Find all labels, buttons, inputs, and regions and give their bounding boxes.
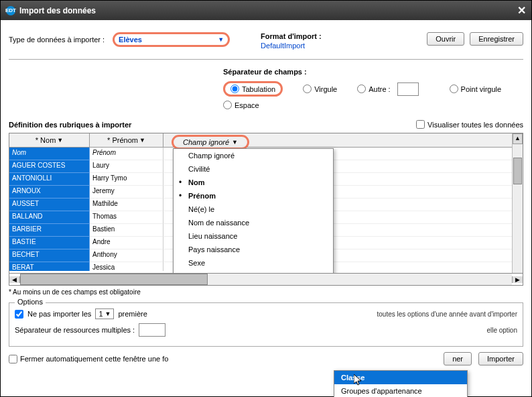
radio-virgule[interactable]: Virgule: [303, 84, 337, 93]
scroll-right-icon[interactable]: ▶: [512, 276, 523, 283]
header-nom[interactable]: * Nom▼: [9, 133, 90, 148]
visualiser-checkbox[interactable]: Visualiser toutes les données: [416, 120, 523, 129]
options-hint1: toutes les options d'une année avant d'i…: [377, 310, 517, 318]
app-icon: EDT: [6, 6, 15, 15]
submenu-classe[interactable]: Classe: [334, 371, 467, 384]
cell-nom: BECHET: [9, 249, 90, 262]
cell-nom: AUSSET: [9, 198, 90, 211]
menu-civilite[interactable]: Civilité: [174, 162, 333, 176]
open-button[interactable]: Ouvrir: [427, 32, 464, 46]
scroll-up-icon[interactable]: ▲: [513, 133, 523, 144]
cell-nom: ANTONIOLLI: [9, 173, 90, 186]
radio-tabulation-input[interactable]: [230, 84, 239, 93]
cell-nom: BARBIER: [9, 224, 90, 237]
cell-prenom: Laury: [90, 160, 163, 173]
header-prenom[interactable]: * Prénom▼: [90, 133, 163, 148]
ne-pas-importer-checkbox[interactable]: [15, 310, 23, 319]
vertical-scrollbar[interactable]: ▲: [512, 133, 523, 273]
radio-point-virgule[interactable]: Point virgule: [450, 84, 502, 93]
champ-ignore-dropdown[interactable]: Champ ignoré ▼: [172, 135, 249, 150]
save-button[interactable]: Enregistrer: [470, 32, 523, 46]
lines-count-select[interactable]: 1▼: [95, 308, 114, 319]
sep-res-label: Séparateur de ressources multiples :: [15, 326, 135, 334]
cell-prenom: Jeremy: [90, 186, 163, 198]
data-grid: * Nom▼ * Prénom▼ Champ ignoré ▼ NomPréno…: [9, 133, 523, 274]
fermer-button[interactable]: ner: [444, 352, 472, 365]
autre-input[interactable]: [397, 82, 419, 96]
subheader-prenom: Prénom: [90, 148, 163, 160]
chevron-down-icon: ▼: [232, 139, 238, 146]
radio-espace[interactable]: Espace: [223, 101, 259, 109]
cell-prenom: Jessica: [90, 262, 163, 271]
radio-autre[interactable]: Autre :: [357, 82, 418, 96]
titlebar: EDT Import des données ✕: [1, 1, 531, 20]
definition-title: Définition des rubriques à importer: [9, 121, 131, 129]
cell-nom: BERAT: [9, 262, 90, 271]
menu-sexe[interactable]: Sexe: [174, 256, 333, 270]
type-dropdown[interactable]: Elèves ▼: [113, 32, 230, 47]
cell-prenom: Thomas: [90, 211, 163, 224]
obligatory-note: * Au moins un de ces champs est obligato…: [9, 286, 523, 298]
options-hint2: elle option: [486, 327, 517, 334]
scroll-left-icon[interactable]: ◀: [9, 276, 20, 283]
menu-prenom[interactable]: Prénom: [174, 189, 333, 203]
type-label: Type de données à importer :: [9, 36, 105, 44]
menu-nom[interactable]: Nom: [174, 176, 333, 189]
menu-ne-le[interactable]: Né(e) le: [174, 203, 333, 216]
subheader-nom: Nom: [9, 148, 90, 160]
submenu-groupes[interactable]: Groupes d'appartenance: [334, 384, 467, 397]
menu-lieu-naissance[interactable]: Lieu naissance: [174, 229, 333, 243]
cell-prenom: Andre: [90, 237, 163, 249]
ne-pas-label: Ne pas importer les: [27, 310, 91, 318]
cell-nom: BALLAND: [9, 211, 90, 224]
options-legend: Options: [15, 298, 46, 306]
cell-nom: BASTIE: [9, 237, 90, 249]
cell-prenom: Bastien: [90, 224, 163, 237]
fermer-auto-checkbox[interactable]: Fermer automatiquement cette fenêtre une…: [9, 355, 168, 363]
menu-pays-naissance[interactable]: Pays naissance: [174, 243, 333, 256]
field-menu[interactable]: Champ ignoré Civilité Nom Prénom Né(e) l…: [173, 148, 334, 274]
cell-prenom: Anthony: [90, 249, 163, 262]
importer-button[interactable]: Importer: [478, 352, 523, 365]
format-label: Format d'import :: [261, 32, 322, 40]
menu-champ-ignore[interactable]: Champ ignoré: [174, 149, 333, 162]
menu-nom-naissance[interactable]: Nom de naissance: [174, 216, 333, 229]
cell-nom: AGUER COSTES: [9, 160, 90, 173]
scroll-thumb[interactable]: [513, 158, 522, 184]
sep-res-input[interactable]: [139, 323, 165, 337]
radio-tabulation[interactable]: Tabulation: [223, 81, 283, 97]
submenu-annee-en-cours[interactable]: Classe Groupes d'appartenance: [334, 370, 468, 397]
premieres-label: première: [118, 310, 147, 318]
format-value[interactable]: DefaultImport: [261, 42, 322, 50]
cell-prenom: Harry Tymo: [90, 173, 163, 186]
close-icon[interactable]: ✕: [517, 4, 526, 17]
separator-title: Séparateur de champs :: [223, 68, 523, 76]
cell-prenom: Mathilde: [90, 198, 163, 211]
chevron-down-icon: ▼: [218, 36, 224, 43]
type-value: Elèves: [119, 36, 142, 44]
hscroll-thumb[interactable]: [20, 274, 208, 285]
horizontal-scrollbar[interactable]: ◀ ▶: [9, 274, 523, 286]
cell-nom: ARNOUX: [9, 186, 90, 198]
window-title: Import des données: [19, 6, 517, 15]
options-group: Options Ne pas importer les 1▼ première …: [9, 302, 523, 347]
